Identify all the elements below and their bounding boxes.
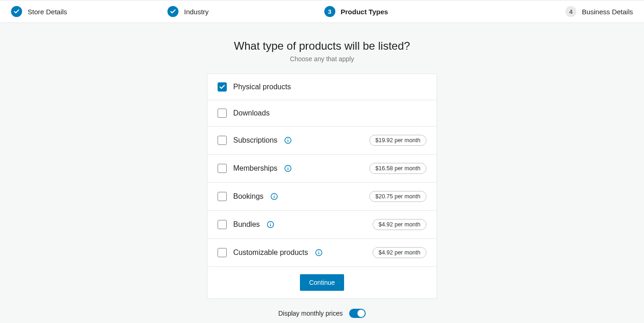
price-badge: $16.58 per month	[369, 163, 426, 174]
toggle-label: Display monthly prices	[278, 310, 343, 317]
step-product-types: 3 Product Types	[322, 0, 478, 23]
product-types-card: Physical products Downloads Subscription…	[207, 74, 437, 299]
info-icon[interactable]	[284, 164, 292, 173]
price-badge: $19.92 per month	[369, 135, 426, 146]
step-industry[interactable]: Industry	[165, 0, 322, 23]
step-store-details[interactable]: Store Details	[9, 0, 165, 23]
option-label: Downloads	[233, 109, 270, 117]
step-label: Business Details	[582, 8, 633, 16]
option-bookings[interactable]: Bookings $20.75 per month	[207, 183, 437, 211]
step-business-details[interactable]: 4 Business Details	[478, 0, 635, 23]
continue-button[interactable]: Continue	[300, 274, 344, 291]
svg-point-5	[288, 167, 288, 167]
price-badge: $4.92 per month	[373, 247, 426, 258]
option-memberships[interactable]: Memberships $16.58 per month	[207, 155, 437, 183]
monthly-price-toggle[interactable]	[349, 309, 366, 318]
option-label: Memberships	[233, 164, 277, 173]
step-label: Product Types	[341, 8, 388, 16]
check-icon	[11, 6, 22, 17]
option-bundles[interactable]: Bundles $4.92 per month	[207, 211, 437, 239]
info-icon[interactable]	[266, 220, 275, 229]
checkbox[interactable]	[218, 192, 227, 201]
step-number-badge: 3	[324, 6, 335, 17]
page-subtitle: Choose any that apply	[9, 55, 635, 63]
step-label: Store Details	[28, 8, 67, 16]
info-icon[interactable]	[284, 136, 292, 144]
option-customizable-products[interactable]: Customizable products $4.92 per month	[207, 239, 437, 267]
checkbox[interactable]	[218, 109, 227, 118]
svg-point-2	[288, 138, 288, 139]
checkbox[interactable]	[218, 136, 227, 145]
info-icon[interactable]	[315, 248, 323, 257]
checkbox[interactable]	[218, 164, 227, 173]
checkbox[interactable]	[218, 248, 227, 257]
info-icon[interactable]	[270, 192, 278, 201]
option-downloads[interactable]: Downloads	[207, 100, 437, 127]
svg-point-8	[274, 195, 275, 196]
monthly-price-toggle-row: Display monthly prices	[9, 309, 635, 318]
step-label: Industry	[184, 8, 208, 16]
svg-point-11	[270, 223, 271, 224]
price-badge: $4.92 per month	[373, 219, 426, 230]
option-label: Subscriptions	[233, 136, 277, 144]
wizard-stepper: Store Details Industry 3 Product Types 4…	[0, 0, 644, 23]
option-label: Customizable products	[233, 248, 308, 257]
step-number-badge: 4	[565, 6, 576, 17]
option-label: Physical products	[233, 83, 291, 91]
svg-point-14	[318, 251, 319, 252]
option-subscriptions[interactable]: Subscriptions $19.92 per month	[207, 127, 437, 155]
checkbox[interactable]	[218, 220, 227, 229]
option-physical-products[interactable]: Physical products	[207, 74, 437, 100]
card-actions: Continue	[207, 267, 437, 298]
price-badge: $20.75 per month	[369, 191, 426, 202]
checkbox[interactable]	[218, 82, 227, 92]
page-title: What type of products will be listed?	[9, 40, 635, 52]
page-main: What type of products will be listed? Ch…	[0, 23, 644, 323]
option-label: Bundles	[233, 220, 260, 229]
toggle-knob	[357, 310, 365, 317]
option-label: Bookings	[233, 192, 264, 201]
check-icon	[167, 6, 178, 17]
